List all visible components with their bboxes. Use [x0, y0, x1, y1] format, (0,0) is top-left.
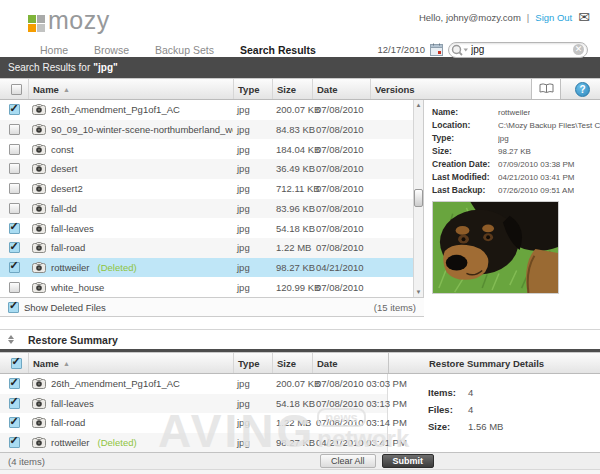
restore-file-list: ✓ 26th_Amendment_Pg1of1_AC jpg 200.07 KB… [0, 374, 388, 452]
detail-label: Name: [432, 106, 498, 119]
file-date: 07/08/2010 03:14 PM [312, 417, 388, 428]
table-row[interactable]: ✓ fall-road jpg 1.22 MB 07/08/2010 03:14… [0, 413, 387, 433]
table-row-selected[interactable]: ✓ rottweiler(Deleted) jpg 98.27 KB 04/21… [0, 258, 413, 278]
search-results-bar: Search Results for "jpg" [0, 57, 600, 78]
table-row[interactable]: const jpg 184.04 KB 07/08/2010 [0, 139, 413, 159]
photo-file-icon [32, 124, 46, 135]
restore-column-header-date[interactable]: Date [312, 353, 388, 373]
date-display: 12/17/2010 [377, 44, 425, 55]
table-row[interactable]: white_house jpg 120.99 KB 07/08/2010 [0, 277, 413, 297]
file-name: fall-road [51, 417, 85, 428]
preview-image-rottweiler [432, 201, 559, 294]
table-row[interactable]: 90_09_10-winter-scene-northumberland_web… [0, 120, 413, 140]
table-row[interactable]: ✓ fall-leaves jpg 54.18 KB 07/08/2010 [0, 218, 413, 238]
column-header-size[interactable]: Size [272, 79, 312, 99]
table-row[interactable]: ✓ 26th_Amendment_Pg1of1_AC jpg 200.07 KB… [0, 100, 413, 120]
mozy-app-window: mozy Hello, johny@mozy.com | Sign Out ✉ … [0, 0, 600, 474]
file-date: 07/08/2010 [312, 282, 370, 293]
collapse-expand-icon[interactable] [8, 335, 14, 344]
file-type: jpg [233, 124, 272, 135]
restore-column-header-type[interactable]: Type [233, 353, 272, 373]
row-checkbox[interactable] [9, 183, 20, 194]
table-row[interactable]: ✓ fall-road jpg 1.22 MB 07/08/2010 [0, 238, 413, 258]
mail-icon[interactable]: ✉ [578, 10, 590, 24]
file-list-footer: ✓ Show Deleted Files (15 items) [0, 297, 424, 317]
restore-summary-details-panel: Items:4 Files:4 Size:1.56 MB [388, 374, 600, 452]
file-size: 120.99 KB [272, 282, 312, 293]
detail-label: Creation Date: [432, 158, 498, 171]
scrollbar[interactable]: ▲ ▼ [413, 100, 423, 297]
search-input[interactable] [469, 44, 573, 55]
file-type: jpg [233, 144, 272, 155]
help-icon[interactable]: ? [575, 82, 590, 97]
file-type: jpg [233, 203, 272, 214]
scroll-up-icon[interactable]: ▲ [414, 100, 423, 110]
file-date: 07/08/2010 [312, 104, 370, 115]
table-row[interactable]: desert jpg 36.49 KB 07/08/2010 [0, 159, 413, 179]
scrollbar-thumb[interactable] [414, 189, 423, 207]
table-row[interactable]: ✓ 26th_Amendment_Pg1of1_AC jpg 200.07 KB… [0, 374, 387, 394]
column-header-name[interactable]: Name▲ [28, 79, 233, 99]
sign-out-link[interactable]: Sign Out [535, 12, 572, 23]
file-name: white_house [51, 282, 104, 293]
restore-select-all-checkbox[interactable]: ✓ [11, 358, 22, 369]
restore-items-count: (4 items) [8, 456, 45, 467]
detail-value: rottweiler [498, 106, 530, 119]
file-date: 04/21/2010 [312, 262, 370, 273]
row-checkbox[interactable] [9, 163, 20, 174]
row-checkbox[interactable] [9, 124, 20, 135]
column-header-type[interactable]: Type [233, 79, 272, 99]
row-checkbox[interactable] [9, 144, 20, 155]
row-checkbox[interactable]: ✓ [9, 262, 20, 273]
row-checkbox[interactable]: ✓ [9, 223, 20, 234]
file-date: 07/08/2010 [312, 242, 370, 253]
file-name: 90_09_10-winter-scene-northumberland_web [51, 124, 233, 135]
show-deleted-label: Show Deleted Files [24, 302, 106, 313]
detail-label: Type: [432, 132, 498, 145]
row-checkbox[interactable]: ✓ [9, 242, 20, 253]
file-name: fall-leaves [51, 398, 94, 409]
nav-right-tools: 12/17/2010 ✕ [377, 42, 600, 58]
clear-all-button[interactable]: Clear All [320, 454, 376, 468]
table-row[interactable]: desert2 jpg 712.11 KB 07/08/2010 [0, 179, 413, 199]
show-deleted-checkbox[interactable]: ✓ [8, 302, 19, 313]
submit-button[interactable]: Submit [382, 454, 435, 468]
file-type: jpg [233, 437, 272, 448]
file-type: jpg [233, 104, 272, 115]
restore-table-header: ✓ Name▲ Type Size Date Restore Summary D… [0, 352, 600, 374]
nav-item-browse[interactable]: Browse [94, 44, 129, 56]
row-checkbox[interactable] [9, 203, 20, 214]
detail-label: Last Backup: [432, 184, 498, 197]
clear-search-icon[interactable]: ✕ [573, 44, 584, 55]
column-header-versions[interactable]: Versions [370, 79, 422, 99]
calendar-icon[interactable] [430, 43, 443, 56]
search-icon[interactable] [451, 44, 469, 56]
row-checkbox[interactable]: ✓ [9, 398, 20, 409]
row-checkbox[interactable]: ✓ [9, 417, 20, 428]
row-checkbox[interactable] [9, 282, 20, 293]
column-header-date[interactable]: Date [312, 79, 370, 99]
nav-item-search-results[interactable]: Search Results [240, 44, 316, 56]
restore-column-header-name[interactable]: Name▲ [28, 353, 233, 373]
detail-label: Size: [432, 145, 498, 158]
deleted-badge: (Deleted) [98, 437, 137, 448]
detail-label: Items: [428, 384, 468, 401]
select-all-checkbox[interactable] [11, 84, 22, 95]
restore-column-header-size[interactable]: Size [272, 353, 312, 373]
photo-file-icon [32, 183, 46, 194]
detail-value: 4 [468, 401, 473, 418]
preview-pane-tab[interactable] [531, 79, 561, 99]
file-date: 07/08/2010 [312, 223, 370, 234]
nav-item-home[interactable]: Home [40, 44, 68, 56]
deleted-badge: (Deleted) [98, 262, 137, 273]
row-checkbox[interactable]: ✓ [9, 437, 20, 448]
table-row[interactable]: fall-dd jpg 83.96 KB 07/08/2010 [0, 199, 413, 219]
file-name: fall-leaves [51, 223, 94, 234]
scroll-down-icon[interactable]: ▼ [414, 287, 423, 297]
row-checkbox[interactable]: ✓ [9, 104, 20, 115]
table-row[interactable]: ✓ fall-leaves jpg 54.18 KB 07/08/2010 03… [0, 394, 387, 414]
nav-item-backup-sets[interactable]: Backup Sets [155, 44, 214, 56]
table-row[interactable]: ✓ rottweiler(Deleted) jpg 98.27 KB 04/21… [0, 433, 387, 453]
row-checkbox[interactable]: ✓ [9, 378, 20, 389]
file-size: 200.07 KB [272, 378, 312, 389]
